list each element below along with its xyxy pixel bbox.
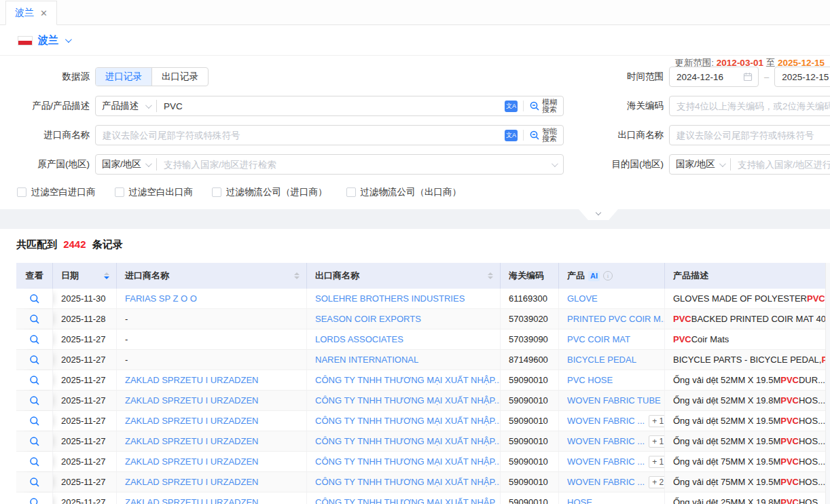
checkbox-icon[interactable]: [115, 187, 124, 197]
country-name[interactable]: 波兰: [38, 34, 58, 47]
tab-poland[interactable]: 波兰 ✕: [5, 1, 57, 25]
row-exporter[interactable]: CÔNG TY TNHH THƯƠNG MẠI XUẤT NHẬP...: [315, 375, 501, 385]
view-record-button[interactable]: [16, 431, 53, 451]
view-record-button[interactable]: [16, 472, 53, 492]
view-record-button[interactable]: [16, 329, 53, 349]
table-row: 2025-11-27 ZAKLAD SPRZETU I URZADZEN CÔN…: [16, 431, 830, 452]
checkbox-filter-blank-importer[interactable]: 过滤空白进口商: [17, 186, 96, 198]
row-exporter[interactable]: SOLEHRE BROTHERS INDUSTRIES: [315, 293, 465, 304]
product-search-input[interactable]: [157, 96, 505, 115]
checkbox-icon[interactable]: [212, 187, 221, 197]
start-date-input[interactable]: [669, 67, 759, 87]
row-date: 2025-11-27: [53, 370, 117, 390]
row-product-extra-badge[interactable]: + 1: [649, 415, 665, 427]
end-date-value[interactable]: [775, 67, 830, 86]
row-product-link[interactable]: WOVEN FABRIC ...: [567, 436, 645, 446]
sort-icon[interactable]: [100, 272, 109, 279]
row-product-link[interactable]: BICYCLE PEDAL: [567, 355, 636, 365]
fuzzy-search-button[interactable]: 模糊搜索: [529, 98, 557, 114]
close-icon[interactable]: ✕: [40, 9, 48, 18]
row-importer[interactable]: FARIAS SP Z O O: [125, 293, 197, 304]
exporter-input[interactable]: [670, 126, 830, 145]
row-exporter[interactable]: CÔNG TY TNHH THƯƠNG MẠI XUẤT NHẬP...: [315, 395, 501, 406]
table-row: 2025-11-27 ZAKLAD SPRZETU I URZADZEN CÔN…: [16, 452, 830, 472]
view-record-button[interactable]: [16, 370, 53, 390]
translate-icon[interactable]: 文A: [505, 130, 518, 141]
view-record-button[interactable]: [16, 452, 53, 471]
checkbox-icon[interactable]: [17, 187, 26, 197]
row-product-link[interactable]: WOVEN FABRIC ...: [567, 456, 645, 467]
smart-search-button[interactable]: 智能搜索: [529, 128, 557, 143]
search-icon: [529, 130, 540, 141]
sort-icon[interactable]: [290, 272, 300, 279]
row-product-extra-badge[interactable]: + 1: [649, 456, 665, 468]
hs-code-input[interactable]: [670, 96, 830, 115]
row-product-link[interactable]: WOVEN FABRIC TUBE: [567, 395, 661, 406]
view-record-button[interactable]: [16, 391, 53, 410]
row-importer[interactable]: ZAKLAD SPRZETU I URZADZEN: [125, 416, 258, 426]
row-product-link[interactable]: HOSE: [567, 497, 592, 504]
view-record-button[interactable]: [16, 289, 53, 308]
magnifier-icon: [29, 497, 40, 504]
vertical-scrollbar[interactable]: [825, 263, 830, 504]
row-importer[interactable]: ZAKLAD SPRZETU I URZADZEN: [125, 436, 258, 446]
row-product-link[interactable]: PVC COIR MAT: [567, 334, 630, 344]
row-product-extra-badge[interactable]: + 2: [649, 476, 665, 488]
row-exporter[interactable]: CÔNG TY TNHH THƯƠNG MẠI XUẤT NHẬP...: [315, 436, 501, 446]
view-record-button[interactable]: [16, 492, 53, 504]
country-header: 波兰: [0, 25, 830, 55]
col-header-exporter[interactable]: 出口商名称: [307, 263, 501, 289]
checkbox-filter-logistics-importer[interactable]: 过滤物流公司（进口商）: [212, 186, 327, 198]
col-header-importer[interactable]: 进口商名称: [117, 263, 307, 289]
row-importer[interactable]: ZAKLAD SPRZETU I URZADZEN: [125, 477, 258, 487]
row-exporter[interactable]: NAREN INTERNATIONAL: [315, 355, 418, 365]
start-date-value[interactable]: [670, 67, 743, 86]
row-exporter[interactable]: CÔNG TY TNHH THƯƠNG MẠI XUẤT NHẬP...: [315, 497, 501, 504]
col-header-date[interactable]: 日期: [53, 263, 117, 289]
row-importer[interactable]: ZAKLAD SPRZETU I URZADZEN: [125, 395, 258, 406]
calendar-icon: [743, 72, 753, 82]
row-importer[interactable]: ZAKLAD SPRZETU I URZADZEN: [125, 375, 258, 385]
row-exporter[interactable]: CÔNG TY TNHH THƯƠNG MẠI XUẤT NHẬP...: [315, 456, 501, 467]
row-product-link[interactable]: GLOVE: [567, 293, 598, 304]
row-exporter[interactable]: LORDS ASSOCIATES: [315, 334, 403, 344]
row-product-extra-badge[interactable]: + 1: [649, 435, 665, 448]
destination-country-input[interactable]: [731, 155, 830, 174]
checkbox-icon[interactable]: [346, 187, 356, 197]
row-product-link[interactable]: WOVEN FABRIC ...: [567, 416, 645, 426]
export-records-button[interactable]: 出口记录: [151, 68, 208, 86]
row-product-link[interactable]: PVC HOSE: [567, 375, 613, 385]
checkbox-filter-blank-exporter[interactable]: 过滤空白出口商: [115, 186, 194, 198]
row-product-link[interactable]: WOVEN FABRIC ...: [567, 477, 645, 487]
desc-highlight: PVC: [780, 416, 799, 426]
origin-type-select[interactable]: 国家/地区: [96, 158, 157, 170]
product-type-select[interactable]: 产品描述: [96, 100, 157, 112]
row-importer: -: [125, 355, 128, 365]
view-record-button[interactable]: [16, 309, 53, 329]
checkbox-filter-logistics-exporter[interactable]: 过滤物流公司（出口商）: [346, 186, 462, 198]
chevron-down-icon: [145, 160, 152, 167]
destination-combo: 国家/地区: [669, 154, 830, 175]
row-date: 2025-11-27: [53, 350, 117, 370]
row-importer[interactable]: ZAKLAD SPRZETU I URZADZEN: [125, 456, 258, 467]
importer-input[interactable]: [96, 126, 505, 145]
sort-icon[interactable]: [484, 272, 493, 279]
end-date-input[interactable]: [774, 67, 830, 87]
info-icon[interactable]: i: [603, 271, 613, 281]
table-row: 2025-11-27 ZAKLAD SPRZETU I URZADZEN CÔN…: [16, 391, 830, 411]
row-importer[interactable]: ZAKLAD SPRZETU I URZADZEN: [125, 497, 258, 504]
chevron-down-icon[interactable]: [65, 36, 72, 43]
collapse-panel-button[interactable]: [579, 209, 618, 220]
row-product-link[interactable]: PRINTED PVC COIR M...: [567, 314, 665, 324]
translate-icon[interactable]: 文A: [505, 101, 518, 112]
origin-country-input[interactable]: [157, 155, 552, 174]
view-record-button[interactable]: [16, 350, 53, 370]
row-exporter[interactable]: CÔNG TY TNHH THƯƠNG MẠI XUẤT NHẬP...: [315, 477, 501, 487]
row-exporter[interactable]: CÔNG TY TNHH THƯƠNG MẠI XUẤT NHẬP...: [315, 416, 501, 426]
import-records-button[interactable]: 进口记录: [96, 68, 151, 86]
row-exporter[interactable]: SEASON COIR EXPORTS: [315, 314, 421, 324]
row-description: Ống vải dệt 75MM X 19.5M PVC HOS...: [665, 472, 830, 492]
magnifier-icon: [29, 314, 40, 325]
view-record-button[interactable]: [16, 411, 53, 431]
destination-type-select[interactable]: 国家/地区: [670, 158, 731, 170]
